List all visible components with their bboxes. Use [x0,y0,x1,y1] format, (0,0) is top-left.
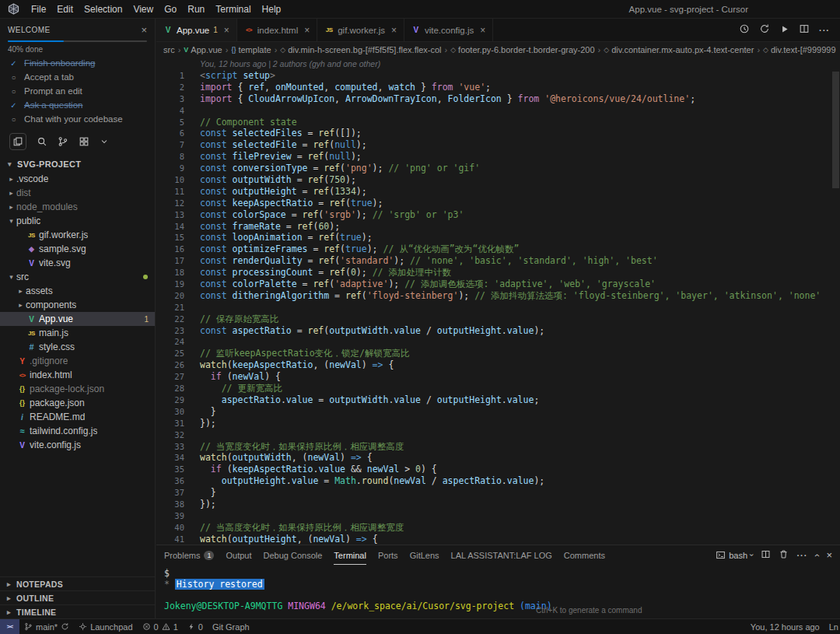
tab-gif.worker.js[interactable]: JSgif.worker.js× [317,19,404,41]
tree-folder-node_modules[interactable]: ▸node_modules [0,200,155,214]
extensions-icon[interactable] [79,136,89,147]
code-line[interactable]: 14const frameRate = ref(60); [156,221,840,233]
breadcrumb-item[interactable]: ◇div.text-[#999999 [763,45,836,54]
kill-terminal-icon[interactable] [779,549,789,561]
code-line[interactable]: 22// 保存原始宽高比 [156,313,840,325]
tree-file-gif.worker.js[interactable]: JSgif.worker.js [0,228,155,242]
welcome-task[interactable]: ○Chat with your codebase [0,112,155,126]
breadcrumb-item[interactable]: VApp.vue [184,45,222,54]
code-line[interactable]: 1<script setup> [156,70,840,82]
blame-status[interactable]: You, 12 hours ago [746,619,824,634]
code-line[interactable]: 9const conversionType = ref('png'); // '… [156,163,840,174]
close-icon[interactable]: × [480,25,485,36]
shell-selector[interactable]: bash › [716,550,753,560]
more-actions-icon[interactable]: ··· [796,551,807,560]
tab-App.vue[interactable]: VApp.vue1× [156,19,237,41]
code-line[interactable]: 25// 监听keepAspectRatio变化，锁定/解锁宽高比 [156,348,840,359]
code-line[interactable]: 39 [156,510,840,522]
panel-tab-gitlens[interactable]: GitLens [410,545,439,565]
code-line[interactable]: 24 [156,336,840,348]
tree-file-tailwind.config.js[interactable]: ≈tailwind.config.js [0,424,155,438]
code-line[interactable]: 29 aspectRatio.value = outputWidth.value… [156,394,840,406]
problems-status[interactable]: 0 1 [138,619,183,634]
scrollbar[interactable] [831,70,839,545]
tree-file-sample.svg[interactable]: ◆sample.svg [0,242,155,256]
code-line[interactable]: 16const optimizeFrames = ref(true); // 从… [156,243,840,255]
welcome-task[interactable]: ✓Ask a question [0,98,155,112]
tree-file-style.css[interactable]: #style.css [0,340,155,354]
welcome-task[interactable]: ○Prompt an edit [0,84,155,98]
more-actions-icon[interactable]: ··· [819,26,830,35]
code-line[interactable]: 20const ditheringAlgorithm = ref('floyd-… [156,290,840,302]
code-line[interactable]: 7const selectedFile = ref(null); [156,139,840,151]
breadcrumb-item[interactable]: {}template [231,45,271,54]
tree-folder-dist[interactable]: ▸dist [0,186,155,200]
menu-terminal[interactable]: Terminal [210,0,256,18]
tree-file-package.json[interactable]: {}package.json [0,396,155,410]
chevron-down-icon[interactable] [100,137,109,146]
code-line[interactable]: 2import { ref, onMounted, computed, watc… [156,82,840,93]
tab-index.html[interactable]: <>index.html× [237,19,317,41]
code-line[interactable]: 17const renderQuality = ref('standard');… [156,255,840,267]
code-line[interactable]: 21 [156,302,840,313]
tree-folder-components[interactable]: ▸components [0,298,155,312]
code-line[interactable]: 10const outputWidth = ref(750); [156,174,840,186]
panel-tab-ports[interactable]: Ports [378,545,398,565]
git-graph-status[interactable]: Git Graph [208,619,254,634]
tree-folder-public[interactable]: ▾public [0,214,155,228]
code-editor[interactable]: 1<script setup>2import { ref, onMounted,… [156,70,840,545]
code-line[interactable]: 26watch(keepAspectRatio, (newVal) => { [156,359,840,371]
menu-selection[interactable]: Selection [79,0,128,18]
code-line[interactable]: 3import { CloudArrowUpIcon, ArrowDownTra… [156,93,840,105]
port-status[interactable]: 0 [183,619,208,634]
close-panel-icon[interactable]: × [826,549,832,561]
tab-vite.config.js[interactable]: Vvite.config.js× [404,19,493,41]
tree-file-README.md[interactable]: iREADME.md [0,410,155,424]
code-line[interactable]: 12const keepAspectRatio = ref(true); [156,198,840,209]
code-line[interactable]: 32 [156,429,840,441]
menu-file[interactable]: File [26,0,51,18]
code-line[interactable]: 15const loopAnimation = ref(true); [156,232,840,243]
code-line[interactable]: 11const outputHeight = ref(1334); [156,186,840,198]
code-line[interactable]: 4 [156,105,840,117]
breadcrumb-item[interactable]: ◇div.min-h-screen.bg-[#f5f5f5].flex.flex… [280,45,441,54]
panel-tab-lal-assistant-laf-log[interactable]: LAL ASSISTANT:LAF LOG [451,545,552,565]
sidebar-section-timeline[interactable]: ▸TIMELINE [0,604,155,618]
scrollbar-thumb[interactable] [832,72,839,188]
code-line[interactable]: 23const aspectRatio = ref(outputWidth.va… [156,325,840,337]
panel-tab-problems[interactable]: Problems1 [164,545,214,565]
code-line[interactable]: 27 if (newVal) { [156,371,840,383]
close-icon[interactable]: × [304,25,310,36]
branch-status[interactable]: main* [19,619,74,634]
tree-file-vite.svg[interactable]: Vvite.svg [0,256,155,270]
menu-edit[interactable]: Edit [51,0,79,18]
code-line[interactable]: 5// Component state [156,117,840,128]
code-line[interactable]: 37 } [156,487,840,499]
code-line[interactable]: 33// 当宽度变化时，如果保持原比例，相应调整高度 [156,441,840,453]
code-line[interactable]: 19const colorPalette = ref('adaptive'); … [156,278,840,290]
breadcrumb-item[interactable]: src [163,45,175,54]
cursor-position-status[interactable]: Ln [824,619,840,634]
tree-file-vite.config.js[interactable]: Vvite.config.js [0,438,155,452]
launchpad-status[interactable]: Launchpad [74,619,137,634]
code-line[interactable]: 41watch(outputHeight, (newVal) => { [156,534,840,545]
code-line[interactable]: 35 if (keepAspectRatio.value && newVal >… [156,464,840,475]
code-line[interactable]: 8const filePreview = ref(null); [156,151,840,163]
chevron-up-icon[interactable]: › [811,554,822,557]
code-line[interactable]: 6const selectedFiles = ref([]); [156,128,840,139]
search-icon[interactable] [37,136,47,147]
welcome-task[interactable]: ✓Finish onboarding [0,56,155,70]
code-line[interactable]: 30 } [156,406,840,418]
remote-indicator[interactable]: >< [0,619,19,634]
tree-file-App.vue[interactable]: VApp.vue1 [0,312,155,326]
tree-file-index.html[interactable]: <>index.html [0,368,155,382]
tree-folder-src[interactable]: ▾src [0,270,155,284]
panel-tab-comments[interactable]: Comments [564,545,605,565]
explorer-view-icon[interactable] [9,133,26,150]
tree-folder-.vscode[interactable]: ▸.vscode [0,172,155,186]
tree-file-.gitignore[interactable]: Y.gitignore [0,354,155,368]
code-line[interactable]: 40// 当高度变化时，如果保持原比例，相应调整宽度 [156,522,840,534]
source-control-icon[interactable] [58,136,68,147]
breadcrumb-item[interactable]: ◇footer.py-6.border-t.border-gray-200 [450,45,594,54]
history-icon[interactable] [739,23,750,37]
